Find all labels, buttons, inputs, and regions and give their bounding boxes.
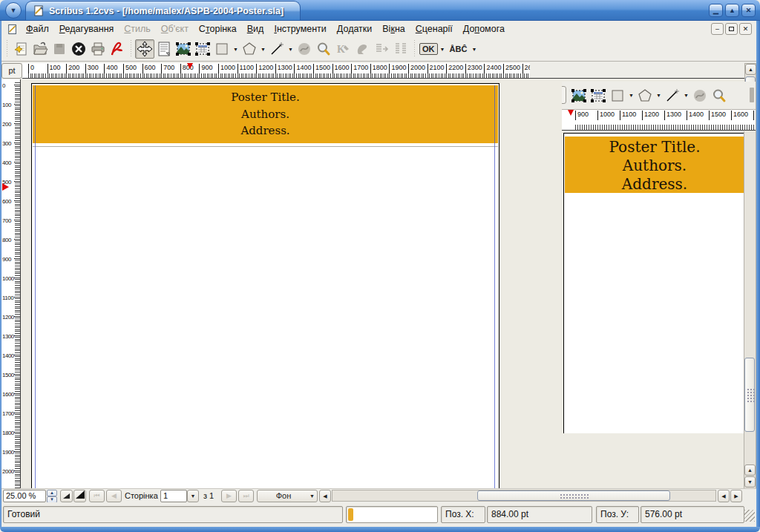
insert-text-frame-tool[interactable] <box>154 39 174 59</box>
ruler-label: 900 <box>199 64 212 73</box>
page-number-dropdown[interactable]: ▼ <box>187 490 199 502</box>
ruler-label: 1900 <box>389 64 406 73</box>
ruler-label: 600 <box>142 64 156 73</box>
scribus-app-icon <box>33 5 45 16</box>
second-view-vertical-scrollbar[interactable] <box>744 131 756 488</box>
new-document-button[interactable] <box>11 39 30 59</box>
line-dropdown-arrow[interactable]: ▼ <box>286 39 295 59</box>
menu-item-file[interactable]: Файл <box>21 22 54 36</box>
insert-table-tool[interactable] <box>193 39 212 59</box>
second-view-window[interactable]: ▼ ▼ ▼ 9001000110012001300140015001600170… <box>562 82 756 488</box>
ruler-label: 400 <box>104 64 117 73</box>
export-pdf-button[interactable] <box>108 39 127 59</box>
second-view-vscroll-slider[interactable] <box>744 358 755 432</box>
hscroll-right-button[interactable]: ▶ <box>730 490 742 502</box>
horizontal-ruler[interactable]: 0100200300400500600700800900100011001200… <box>22 63 530 79</box>
menu-item-help[interactable]: Допомога <box>458 22 510 36</box>
ruler-label: 200 <box>66 64 79 73</box>
pdf-form-fields-tool[interactable]: OK <box>419 39 439 59</box>
hscroll-slider[interactable] <box>477 490 670 501</box>
last-page-button[interactable]: ⏭ <box>238 490 254 502</box>
window-maximize-button[interactable]: ▲ <box>725 4 739 17</box>
ruler-filler <box>530 63 744 79</box>
menu-item-tools[interactable]: Інструменти <box>269 22 331 36</box>
zoom-in-button[interactable] <box>73 490 86 502</box>
hscroll-left-button-2[interactable]: ◀ <box>718 490 730 502</box>
polygon-dropdown-arrow[interactable]: ▼ <box>259 39 267 59</box>
vertical-ruler[interactable]: 0100200300400500600700800900100011001200… <box>1 79 21 488</box>
second-view-canvas[interactable]: Poster Title. Authors. Address. <box>562 131 744 488</box>
link-text-frames-tool <box>372 39 391 59</box>
margin-guide-right <box>494 85 495 488</box>
window-close-button[interactable]: ✕ <box>741 4 756 17</box>
layer-selector[interactable]: Фон▼ <box>257 490 318 502</box>
insert-line-tool[interactable] <box>267 39 286 59</box>
document-page[interactable]: Poster Title. Authors. Address. <box>31 83 499 488</box>
insert-shape-tool[interactable] <box>212 39 232 59</box>
main-horizontal-scrollbar[interactable] <box>332 490 716 502</box>
pdf-annotations-tool[interactable]: ÅBĈ <box>447 39 471 59</box>
menu-item-script[interactable]: Сценарії <box>410 22 458 36</box>
zoom-tool[interactable] <box>314 39 333 59</box>
ruler-label: 2500 <box>503 64 520 73</box>
previous-page-button[interactable]: ◀ <box>106 490 122 502</box>
sw-zoom-tool[interactable] <box>710 86 729 105</box>
insert-polygon-tool[interactable] <box>240 39 259 59</box>
print-document-button[interactable] <box>88 39 108 59</box>
sw-line-dropdown-arrow[interactable]: ▼ <box>682 86 690 105</box>
toolbar-icon-fragment <box>750 88 754 102</box>
ruler-label: 1800 <box>2 430 20 436</box>
mdi-minimize-button[interactable]: – <box>711 23 724 35</box>
ruler-label: 2300 <box>465 64 482 73</box>
pdf-annotations-dropdown-arrow[interactable]: ▼ <box>470 39 478 59</box>
select-item-tool[interactable] <box>135 39 154 59</box>
zoom-spin-buttons[interactable]: ▲▼ <box>47 490 57 502</box>
mdi-restore-button[interactable] <box>725 23 738 35</box>
menu-item-view[interactable]: Вид <box>242 22 269 36</box>
window-menu-button[interactable]: ▼ <box>5 2 22 19</box>
sw-insert-shape-tool[interactable] <box>608 86 627 105</box>
menu-item-windows[interactable]: Вікна <box>377 22 410 36</box>
story-editor-tool <box>353 39 372 59</box>
insert-image-frame-tool[interactable] <box>174 39 193 59</box>
mdi-close-button[interactable]: ✕ <box>739 23 752 35</box>
first-page-button[interactable]: ⏮ <box>89 490 105 502</box>
shape-dropdown-arrow[interactable]: ▼ <box>232 39 240 59</box>
svg-text:K: K <box>337 44 345 55</box>
sw-insert-line-tool[interactable] <box>663 86 682 105</box>
second-view-vscroll-down-button[interactable]: ▼ <box>744 476 756 487</box>
menu-item-page[interactable]: Сторінка <box>194 22 242 36</box>
ruler-label: 800 <box>2 237 20 243</box>
zoom-level-input[interactable]: 25.00 % <box>3 490 46 502</box>
toolbar-separator <box>412 40 417 58</box>
sw-insert-polygon-tool[interactable] <box>635 86 655 105</box>
window-title: Scribus 1.2cvs - [/home/malex/ASPB-2004-… <box>49 6 284 16</box>
hscroll-left-button[interactable]: ◀ <box>319 490 331 502</box>
main-vscroll-up-button[interactable]: ▲ <box>745 64 756 75</box>
window-minimize-button[interactable]: ▁ <box>709 4 723 17</box>
second-view-horizontal-ruler[interactable]: 900100011001200130014001500160017001800 <box>562 110 756 131</box>
sw-shape-dropdown-arrow[interactable]: ▼ <box>627 86 635 105</box>
page-number-input[interactable]: 1 <box>160 490 187 502</box>
second-view-page[interactable]: Poster Title. Authors. Address. <box>563 133 744 433</box>
ruler-unit-button[interactable]: pt <box>1 63 22 79</box>
poster-title-frame[interactable]: Poster Title. Authors. Address. <box>33 85 498 143</box>
menu-item-extras[interactable]: Додатки <box>332 22 377 36</box>
ruler-label: 700 <box>161 64 174 73</box>
toolbar-handle[interactable] <box>4 40 10 58</box>
zoom-out-button[interactable] <box>60 490 73 502</box>
next-page-button[interactable]: ▶ <box>221 490 237 502</box>
titlebar-tab[interactable]: Scribus 1.2cvs - [/home/malex/ASPB-2004-… <box>25 1 301 20</box>
resize-grip[interactable] <box>744 510 755 522</box>
sw-polygon-dropdown-arrow[interactable]: ▼ <box>655 86 663 105</box>
close-document-button[interactable] <box>69 39 88 59</box>
poster-title-frame-zoomed[interactable]: Poster Title. Authors. Address. <box>565 137 744 193</box>
open-document-button[interactable] <box>30 39 50 59</box>
sw-insert-image-frame-tool[interactable] <box>569 86 589 105</box>
sw-insert-table-tool[interactable] <box>589 86 608 105</box>
pdf-fields-dropdown-arrow[interactable]: ▼ <box>439 39 447 59</box>
menu-item-edit[interactable]: Редагування <box>54 22 119 36</box>
menu-item-item: Об'єкт <box>156 22 194 36</box>
pos-x-value: 884.00 pt <box>487 506 592 523</box>
second-view-vscroll-up-button[interactable]: ▲ <box>744 464 756 476</box>
